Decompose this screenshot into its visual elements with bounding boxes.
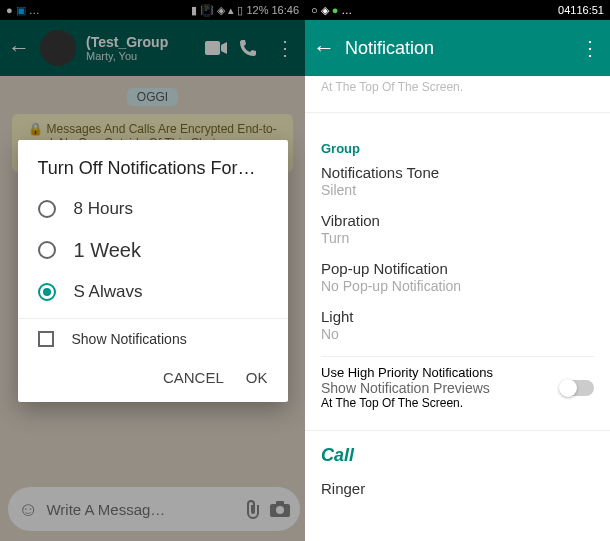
setting-light[interactable]: Light No <box>321 308 594 342</box>
dialog-overlay: Turn Off Notifications For… 8 Hours 1 We… <box>0 0 305 541</box>
section-header-group: Group <box>321 141 594 156</box>
setting-notifications-tone[interactable]: Notifications Tone Silent <box>321 164 594 198</box>
hint-text: At The Top Of The Screen. <box>305 76 610 104</box>
status-right-icons: 04116:51 <box>558 4 604 16</box>
setting-vibration[interactable]: Vibration Turn <box>321 212 594 246</box>
setting-title: Ringer <box>321 480 594 497</box>
left-phone: ● ▣ … ▮ 📳 ◈ ▴ ▯ 12% 16:46 ← (Test_Group … <box>0 0 305 541</box>
setting-subtitle: Show Notification Previews <box>321 380 560 396</box>
statusbar-right: ○ ◈ ● … 04116:51 <box>305 0 610 20</box>
setting-value: Silent <box>321 182 594 198</box>
cancel-button[interactable]: CANCEL <box>163 369 224 386</box>
dialog-buttons: CANCEL OK <box>18 359 288 402</box>
status-more-icon: … <box>341 4 352 16</box>
checkbox-label: Show Notifications <box>72 331 187 347</box>
option-always[interactable]: S Alwavs <box>18 272 288 312</box>
group-section: Group Notifications Tone Silent Vibratio… <box>305 121 610 422</box>
divider <box>305 430 610 431</box>
option-label: 1 Week <box>74 239 141 262</box>
setting-title: Notifications Tone <box>321 164 594 181</box>
ok-button[interactable]: OK <box>246 369 268 386</box>
setting-title: Vibration <box>321 212 594 229</box>
divider <box>305 112 610 113</box>
show-notifications-checkbox-row[interactable]: Show Notifications <box>18 318 288 359</box>
call-section: Ringer <box>305 474 610 517</box>
setting-high-priority[interactable]: Use High Priority Notifications Show Not… <box>321 365 594 410</box>
option-1-week[interactable]: 1 Week <box>18 229 288 272</box>
status-dot-icon: ● <box>332 4 339 16</box>
setting-value: Turn <box>321 230 594 246</box>
whatsapp-icon: ○ <box>311 4 318 16</box>
menu-dots-icon[interactable]: ⋮ <box>578 36 602 60</box>
radio-icon <box>38 200 56 218</box>
setting-value: No Pop-up Notification <box>321 278 594 294</box>
checkbox-icon <box>38 331 54 347</box>
setting-title: Light <box>321 308 594 325</box>
settings-appbar: ← Notification ⋮ <box>305 20 610 76</box>
section-header-call: Call <box>305 445 610 466</box>
status-icons-right: ○ ◈ ● … <box>311 4 352 17</box>
option-label: S Alwavs <box>74 282 143 302</box>
clock: 04116:51 <box>558 4 604 16</box>
radio-checked-icon <box>38 283 56 301</box>
radio-icon <box>38 241 56 259</box>
setting-title: Pop-up Notification <box>321 260 594 277</box>
setting-ringer[interactable]: Ringer <box>321 480 594 497</box>
setting-hint: At The Top Of The Screen. <box>321 396 560 410</box>
option-8-hours[interactable]: 8 Hours <box>18 189 288 229</box>
page-title: Notification <box>345 38 568 59</box>
divider <box>321 356 594 357</box>
toggle-switch[interactable] <box>560 380 594 396</box>
dialog-title: Turn Off Notifications For… <box>18 140 288 189</box>
setting-popup[interactable]: Pop-up Notification No Pop-up Notificati… <box>321 260 594 294</box>
status-dot-icon: ◈ <box>321 4 329 17</box>
setting-title: Use High Priority Notifications <box>321 365 560 380</box>
setting-value: No <box>321 326 594 342</box>
option-label: 8 Hours <box>74 199 134 219</box>
back-arrow-icon[interactable]: ← <box>313 35 335 61</box>
right-phone: ○ ◈ ● … 04116:51 ← Notification ⋮ At The… <box>305 0 610 541</box>
mute-dialog: Turn Off Notifications For… 8 Hours 1 We… <box>18 140 288 402</box>
